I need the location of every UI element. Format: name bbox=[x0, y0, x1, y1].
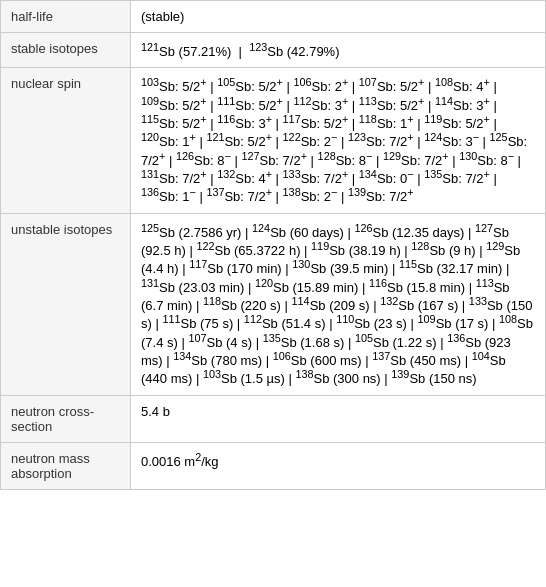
row-label: neutron mass absorption bbox=[1, 442, 131, 489]
row-value: 0.0016 m2/kg bbox=[131, 442, 546, 489]
row-value: 5.4 b bbox=[131, 395, 546, 442]
row-label: half-life bbox=[1, 1, 131, 33]
row-value: (stable) bbox=[131, 1, 546, 33]
row-value: 125Sb (2.7586 yr) | 124Sb (60 days) | 12… bbox=[131, 213, 546, 395]
table-row: neutron mass absorption0.0016 m2/kg bbox=[1, 442, 546, 489]
table-row: stable isotopes121Sb (57.21%) | 123Sb (4… bbox=[1, 33, 546, 68]
table-row: half-life(stable) bbox=[1, 1, 546, 33]
row-value: 121Sb (57.21%) | 123Sb (42.79%) bbox=[131, 33, 546, 68]
row-label: unstable isotopes bbox=[1, 213, 131, 395]
row-label: stable isotopes bbox=[1, 33, 131, 68]
row-value: 103Sb: 5/2+ | 105Sb: 5/2+ | 106Sb: 2+ | … bbox=[131, 68, 546, 213]
properties-table: half-life(stable)stable isotopes121Sb (5… bbox=[0, 0, 546, 490]
table-row: neutron cross-section5.4 b bbox=[1, 395, 546, 442]
table-row: nuclear spin103Sb: 5/2+ | 105Sb: 5/2+ | … bbox=[1, 68, 546, 213]
table-row: unstable isotopes125Sb (2.7586 yr) | 124… bbox=[1, 213, 546, 395]
row-label: nuclear spin bbox=[1, 68, 131, 213]
row-label: neutron cross-section bbox=[1, 395, 131, 442]
